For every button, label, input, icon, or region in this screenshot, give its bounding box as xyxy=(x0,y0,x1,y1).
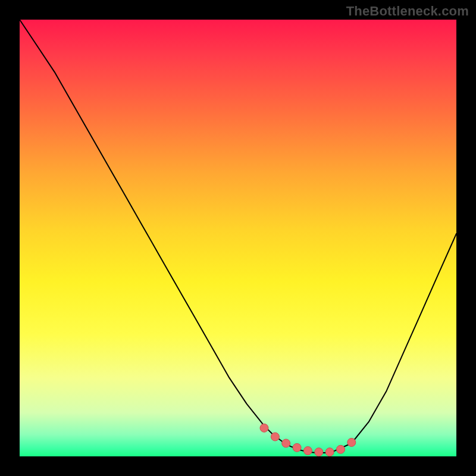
chart-stage: TheBottleneck.com xyxy=(0,0,476,476)
watermark-text: TheBottleneck.com xyxy=(346,4,469,19)
trough-marker xyxy=(347,439,356,447)
trough-markers xyxy=(260,424,356,456)
trough-marker xyxy=(293,443,301,452)
trough-marker xyxy=(315,448,323,456)
bottleneck-curve xyxy=(20,20,456,453)
trough-marker xyxy=(325,448,334,456)
trough-marker xyxy=(282,439,290,447)
trough-marker xyxy=(260,424,268,432)
trough-marker xyxy=(303,447,312,455)
chart-svg xyxy=(20,20,456,456)
trough-marker xyxy=(337,445,345,453)
trough-marker xyxy=(271,433,279,441)
plot-area xyxy=(20,20,456,456)
